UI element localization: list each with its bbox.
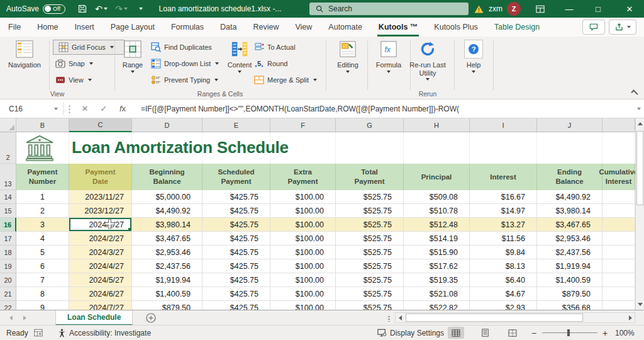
- cancel-button[interactable]: ✕: [75, 104, 94, 113]
- user-name[interactable]: zxm: [486, 0, 506, 18]
- column-header-E[interactable]: E: [203, 118, 270, 132]
- cell-G22[interactable]: $525.75: [336, 301, 404, 310]
- snap-button[interactable]: Snap: [55, 56, 93, 71]
- column-header-J[interactable]: J: [537, 118, 602, 132]
- cell-H15[interactable]: $510.78: [404, 204, 470, 218]
- close-button[interactable]: ✕: [619, 0, 640, 18]
- cell-B18[interactable]: 5: [16, 246, 69, 259]
- cell-K15[interactable]: [602, 204, 635, 218]
- table-header-ending-balance[interactable]: Ending Balance: [537, 164, 602, 190]
- cell-F18[interactable]: $100.00: [270, 246, 336, 259]
- cell-E21[interactable]: $425.75: [203, 287, 270, 301]
- row-header-19[interactable]: 19: [0, 259, 16, 273]
- tab-automate[interactable]: Automate: [320, 18, 370, 37]
- column-header-B[interactable]: B: [16, 118, 69, 132]
- cell-H21[interactable]: $521.08: [404, 287, 470, 301]
- cell-B21[interactable]: 8: [16, 287, 69, 301]
- cell-D15[interactable]: $4,490.92: [132, 204, 203, 218]
- tab-data[interactable]: Data: [212, 18, 245, 37]
- table-header-interest[interactable]: Interest: [470, 164, 537, 190]
- scroll-left-button[interactable]: [396, 313, 404, 322]
- cell-B22[interactable]: 9: [16, 301, 69, 310]
- search-box[interactable]: Search: [309, 3, 469, 15]
- cell-G14[interactable]: $525.75: [336, 190, 404, 204]
- sheet-tab-loan-schedule[interactable]: Loan Schedule: [55, 310, 133, 326]
- navigation-button[interactable]: Navigation: [5, 38, 44, 69]
- column-header-I[interactable]: I: [470, 118, 537, 132]
- insert-function-button[interactable]: fx: [113, 104, 132, 113]
- name-box[interactable]: C16: [0, 99, 63, 118]
- cell-D14[interactable]: $5,000.00: [132, 190, 203, 204]
- cell-K22[interactable]: [602, 301, 635, 310]
- cell-C15[interactable]: 2023/12/27: [69, 204, 132, 218]
- display-settings-button[interactable]: Display Settings: [377, 326, 444, 340]
- row-header-22[interactable]: 22: [0, 301, 16, 310]
- ribbon-display-options-button[interactable]: [532, 0, 548, 18]
- enter-button[interactable]: ✓: [94, 104, 113, 113]
- cell-E20[interactable]: $425.75: [203, 273, 270, 287]
- cell-C16[interactable]: 2024/1/27: [69, 218, 132, 232]
- cell-C14[interactable]: 2023/11/27: [69, 190, 132, 204]
- expand-formula-bar-button[interactable]: [633, 105, 644, 113]
- cell-K16[interactable]: [602, 218, 635, 232]
- view-button[interactable]: View: [55, 72, 92, 88]
- new-sheet-button[interactable]: [146, 313, 156, 323]
- tab-insert[interactable]: Insert: [67, 18, 103, 37]
- column-header-F[interactable]: F: [270, 118, 336, 132]
- row-header-17[interactable]: 17: [0, 232, 16, 246]
- cell-I20[interactable]: $6.40: [470, 273, 537, 287]
- comments-button[interactable]: [582, 20, 605, 35]
- cell-I21[interactable]: $4.67: [470, 287, 537, 301]
- row-header-18[interactable]: 18: [0, 246, 16, 259]
- cell-F21[interactable]: $100.00: [270, 287, 336, 301]
- autosave-switch[interactable]: Off: [43, 4, 65, 14]
- table-header-extra-payment[interactable]: Extra Payment: [270, 164, 336, 190]
- save-button[interactable]: [74, 0, 91, 18]
- cell-C18[interactable]: 2024/3/27: [69, 246, 132, 259]
- vertical-scroll-thumb[interactable]: [636, 131, 643, 205]
- cell-E22[interactable]: $425.75: [203, 301, 270, 310]
- help-button[interactable]: ? Help: [458, 38, 489, 73]
- cell-K2[interactable]: [602, 132, 635, 164]
- cell-B15[interactable]: 2: [16, 204, 69, 218]
- tab-table-design[interactable]: Table Design: [486, 18, 548, 37]
- cell-C22[interactable]: 2024/7/27: [69, 301, 132, 310]
- cell-E14[interactable]: $425.75: [203, 190, 270, 204]
- find-duplicates-button[interactable]: Find Duplicates: [151, 40, 212, 55]
- cell-K14[interactable]: [602, 190, 635, 204]
- cell-J20[interactable]: $1,400.59: [537, 273, 602, 287]
- scroll-up-button[interactable]: [636, 119, 644, 128]
- tab-page-layout[interactable]: Page Layout: [103, 18, 163, 37]
- tab-file[interactable]: File: [0, 18, 29, 37]
- cell-J19[interactable]: $1,919.94: [537, 259, 602, 273]
- cell-D20[interactable]: $1,919.94: [132, 273, 203, 287]
- cell-J22[interactable]: $356.68: [537, 301, 602, 310]
- cell-H17[interactable]: $514.19: [404, 232, 470, 246]
- cell-E19[interactable]: $425.75: [203, 259, 270, 273]
- cell-F17[interactable]: $100.00: [270, 232, 336, 246]
- cell-F20[interactable]: $100.00: [270, 273, 336, 287]
- cell-E16[interactable]: $425.75: [203, 218, 270, 232]
- row-header-13[interactable]: 13: [0, 164, 16, 190]
- cell-G2[interactable]: [336, 132, 404, 164]
- accessibility-status[interactable]: Accessibility: Investigate: [58, 326, 151, 340]
- round-button[interactable]: 5 Round: [254, 56, 287, 71]
- cell-I18[interactable]: $9.84: [470, 246, 537, 259]
- cell-G16[interactable]: $525.75: [336, 218, 404, 232]
- column-header-H[interactable]: H: [404, 118, 470, 132]
- cell-J14[interactable]: $4,490.92: [537, 190, 602, 204]
- tab-kutools[interactable]: Kutools ™: [370, 18, 426, 37]
- cell-K17[interactable]: [602, 232, 635, 246]
- macro-record-button[interactable]: [34, 326, 43, 340]
- zoom-out-button[interactable]: −: [531, 326, 536, 340]
- cell-C19[interactable]: 2024/4/27: [69, 259, 132, 273]
- cell-F22[interactable]: $100.00: [270, 301, 336, 310]
- cell-I17[interactable]: $11.56: [470, 232, 537, 246]
- cell-B19[interactable]: 6: [16, 259, 69, 273]
- cell-J16[interactable]: $3,467.65: [537, 218, 602, 232]
- cell-I15[interactable]: $14.97: [470, 204, 537, 218]
- cell-C20[interactable]: 2024/5/27: [69, 273, 132, 287]
- table-header-total-payment[interactable]: Total Payment: [336, 164, 404, 190]
- cell-G17[interactable]: $525.75: [336, 232, 404, 246]
- cell-I22[interactable]: $2.93: [470, 301, 537, 310]
